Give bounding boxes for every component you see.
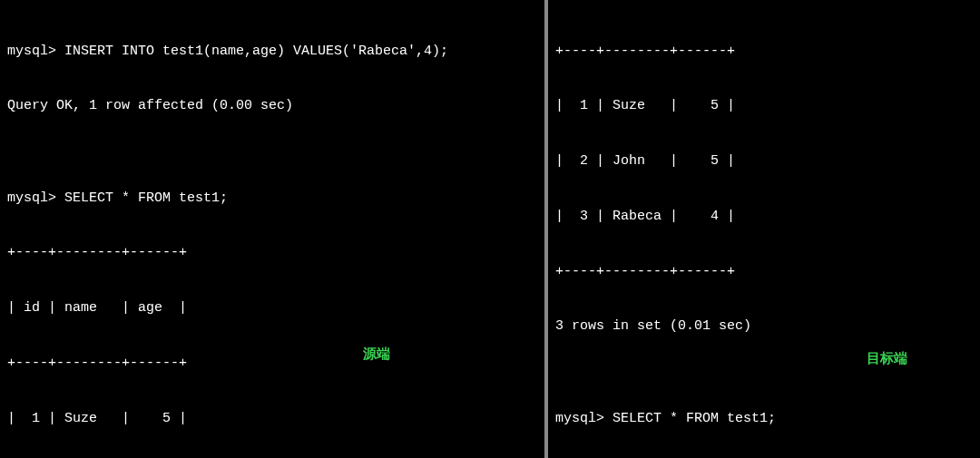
table-border: +----+--------+------+ (7, 244, 537, 262)
sql-select-statement: mysql> SELECT * FROM test1; (7, 190, 537, 208)
rows-in-set-result: 3 rows in set (0.01 sec) (555, 317, 973, 336)
target-label: 目标端 (867, 349, 907, 367)
sql-insert-statement: mysql> INSERT INTO test1(name,age) VALUE… (7, 43, 537, 61)
target-terminal[interactable]: +----+--------+------+ | 1 | Suze | 5 | … (548, 0, 980, 458)
table-row: | 3 | Rabeca | 4 | (555, 208, 973, 226)
query-ok-result: Query OK, 1 row affected (0.00 sec) (7, 97, 537, 115)
table-header: | id | name | age | (7, 299, 537, 317)
table-row: | 1 | Suze | 5 | (555, 97, 973, 115)
table-border: +----+--------+------+ (7, 355, 537, 373)
source-label: 源端 (363, 345, 390, 363)
table-border: +----+--------+------+ (555, 263, 973, 281)
sql-select-statement: mysql> SELECT * FROM test1; (555, 410, 973, 428)
table-row: | 1 | Suze | 5 | (7, 410, 537, 428)
source-terminal[interactable]: mysql> INSERT INTO test1(name,age) VALUE… (0, 0, 548, 458)
table-row: | 2 | John | 5 | (555, 152, 973, 171)
table-border: +----+--------+------+ (555, 43, 973, 61)
